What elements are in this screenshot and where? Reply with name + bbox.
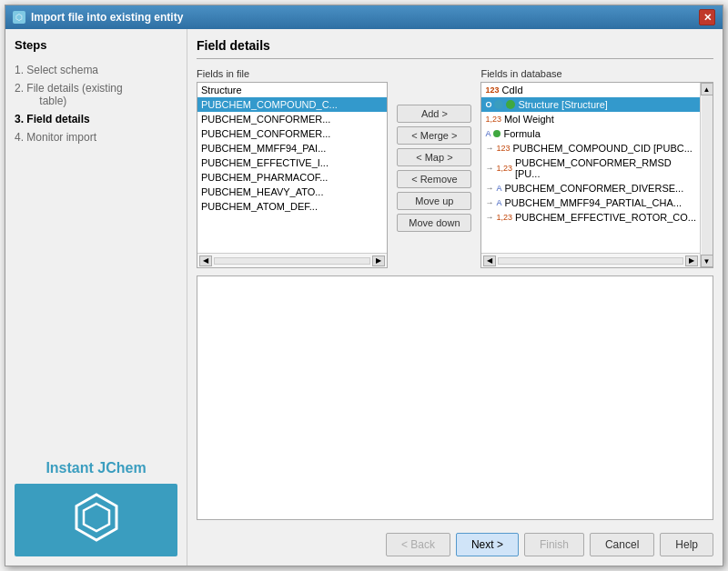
file-field-pharmacof[interactable]: PUBCHEM_PHARMACOF... bbox=[197, 170, 387, 185]
bottom-buttons: < Back Next > Finish Cancel Help bbox=[197, 527, 713, 556]
file-field-conformer-1[interactable]: PUBCHEM_CONFORMER... bbox=[197, 112, 387, 126]
logo-text: Instant JChem bbox=[15, 460, 177, 476]
file-field-atom-def[interactable]: PUBCHEM_ATOM_DEF... bbox=[197, 199, 387, 214]
close-button[interactable]: ✕ bbox=[699, 9, 715, 25]
move-down-button[interactable]: Move down bbox=[397, 214, 471, 232]
back-button[interactable]: < Back bbox=[386, 533, 450, 556]
vscroll-down-db[interactable]: ▼ bbox=[701, 255, 713, 267]
step-1: 1. Select schema bbox=[15, 61, 177, 79]
svg-marker-0 bbox=[76, 495, 116, 540]
vscroll-track-db bbox=[702, 95, 713, 255]
db-field-pubchem-cid[interactable]: → 123 PUBCHEM_COMPOUND_CID [PUBC... bbox=[481, 141, 700, 155]
hscroll-track-db bbox=[498, 257, 683, 265]
detail-panel bbox=[197, 275, 713, 520]
window-icon: ⬡ bbox=[13, 11, 25, 24]
action-buttons: Add > < Merge > < Map > < Remove Move up… bbox=[393, 68, 475, 268]
main-title: Field details bbox=[197, 38, 713, 59]
content-area: Steps 1. Select schema 2. File details (… bbox=[5, 29, 723, 566]
sidebar-logo: Instant JChem bbox=[15, 460, 177, 556]
help-button[interactable]: Help bbox=[660, 533, 713, 556]
svg-marker-1 bbox=[84, 504, 109, 531]
file-field-compound-cid[interactable]: PUBCHEM_COMPOUND_C... bbox=[197, 97, 387, 112]
fields-in-db-panel: Fields in database 123 CdId O bbox=[480, 68, 713, 268]
title-bar: ⬡ Import file into existing entity ✕ bbox=[5, 5, 723, 29]
hscroll-track-file bbox=[214, 257, 370, 265]
structure-green-icon bbox=[506, 100, 515, 109]
db-fields-hscrollbar[interactable]: ◀ ▶ bbox=[481, 253, 700, 267]
logo-box bbox=[15, 484, 177, 556]
logo-icon bbox=[69, 490, 124, 550]
cancel-button[interactable]: Cancel bbox=[590, 533, 654, 556]
map-button[interactable]: < Map > bbox=[397, 148, 471, 166]
step-4: 4. Monitor import bbox=[15, 128, 177, 146]
db-field-mmff94-partial[interactable]: → A PUBCHEM_MMFF94_PARTIAL_CHA... bbox=[481, 195, 700, 210]
db-vscrollbar[interactable]: ▲ ▼ bbox=[700, 83, 713, 267]
db-fields-scroll[interactable]: 123 CdId O Structure [Structure] bbox=[481, 83, 700, 253]
db-field-mol-weight[interactable]: 1,23 Mol Weight bbox=[481, 112, 700, 126]
formula-icon bbox=[493, 130, 500, 137]
db-field-conformer-rmsd[interactable]: → 1,23 PUBCHEM_CONFORMER_RMSD [PU... bbox=[481, 155, 700, 181]
step-3: 3. Field details bbox=[15, 110, 177, 128]
step-2: 2. File details (existing table) bbox=[27, 79, 177, 110]
merge-button[interactable]: < Merge > bbox=[397, 126, 471, 145]
structure-circle-icon bbox=[494, 100, 503, 109]
hscroll-left-db[interactable]: ◀ bbox=[483, 255, 496, 266]
move-up-button[interactable]: Move up bbox=[397, 192, 471, 210]
main-panel: Field details Fields in file Structure P… bbox=[187, 29, 723, 566]
hscroll-right-db[interactable]: ▶ bbox=[685, 255, 698, 266]
sidebar: Steps 1. Select schema 2. File details (… bbox=[5, 29, 187, 566]
file-fields-scroll[interactable]: Structure PUBCHEM_COMPOUND_C... PUBCHEM_… bbox=[197, 83, 387, 253]
db-field-conformer-diverse[interactable]: → A PUBCHEM_CONFORMER_DIVERSE... bbox=[481, 181, 700, 195]
file-field-effective[interactable]: PUBCHEM_EFFECTIVE_I... bbox=[197, 155, 387, 170]
db-fields-list: 123 CdId O Structure [Structure] bbox=[480, 82, 713, 268]
db-field-structure[interactable]: O Structure [Structure] bbox=[481, 97, 700, 112]
steps-title: Steps bbox=[15, 38, 177, 52]
fields-area: Fields in file Structure PUBCHEM_COMPOUN… bbox=[197, 68, 713, 268]
finish-button[interactable]: Finish bbox=[524, 533, 584, 556]
window-title: Import file into existing entity bbox=[31, 11, 183, 24]
file-fields-list: Structure PUBCHEM_COMPOUND_C... PUBCHEM_… bbox=[197, 82, 388, 268]
next-button[interactable]: Next > bbox=[456, 533, 519, 556]
remove-button[interactable]: < Remove bbox=[397, 170, 471, 188]
file-field-mmff94[interactable]: PUBCHEM_MMFF94_PAI... bbox=[197, 141, 387, 155]
main-window: ⬡ Import file into existing entity ✕ Ste… bbox=[5, 5, 723, 566]
db-field-cdid[interactable]: 123 CdId bbox=[481, 83, 700, 97]
fields-in-file-panel: Fields in file Structure PUBCHEM_COMPOUN… bbox=[197, 68, 388, 268]
file-field-conformer-2[interactable]: PUBCHEM_CONFORMER... bbox=[197, 126, 387, 141]
hscroll-right-file[interactable]: ▶ bbox=[372, 255, 385, 266]
add-button[interactable]: Add > bbox=[397, 105, 471, 123]
fields-in-db-label: Fields in database bbox=[480, 68, 713, 79]
vscroll-up-db[interactable]: ▲ bbox=[701, 83, 713, 95]
title-bar-left: ⬡ Import file into existing entity bbox=[13, 11, 183, 24]
hscroll-left-file[interactable]: ◀ bbox=[199, 255, 212, 266]
file-field-heavy-atom[interactable]: PUBCHEM_HEAVY_ATO... bbox=[197, 185, 387, 199]
steps-list: 1. Select schema 2. File details (existi… bbox=[15, 61, 177, 146]
file-field-structure[interactable]: Structure bbox=[197, 83, 387, 97]
db-field-formula[interactable]: A Formula bbox=[481, 126, 700, 141]
file-fields-hscrollbar[interactable]: ◀ ▶ bbox=[197, 253, 387, 267]
db-field-effective-rotor[interactable]: → 1,23 PUBCHEM_EFFECTIVE_ROTOR_CO... bbox=[481, 210, 700, 225]
fields-in-file-label: Fields in file bbox=[197, 68, 388, 79]
